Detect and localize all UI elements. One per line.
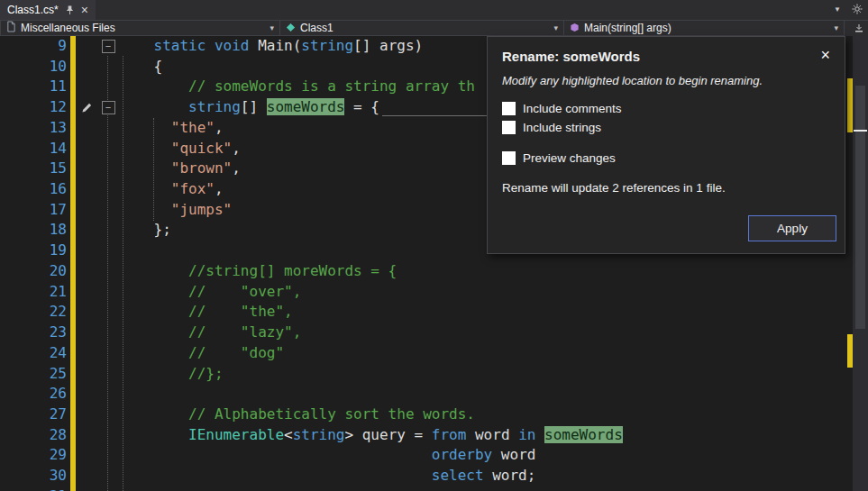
close-icon[interactable]: × (820, 49, 830, 61)
pin-icon[interactable] (65, 5, 75, 15)
glyph-margin (76, 486, 97, 491)
line-number: 28 (0, 425, 67, 446)
navigate-down-icon[interactable] (854, 21, 864, 37)
line-number: 17 (0, 200, 67, 221)
checkbox-row-include-comments[interactable]: Include comments (502, 99, 830, 118)
glyph-margin (76, 343, 97, 364)
code-text[interactable]: // Alphabetically sort the words. (119, 405, 853, 425)
navbar-extra-controls (845, 20, 868, 36)
scrollbar-caret-marker (854, 130, 867, 132)
code-editor[interactable]: 9− static void Main(string[] args)10 {11… (0, 36, 868, 491)
vertical-scrollbar[interactable] (853, 36, 868, 491)
checkbox-preview-changes[interactable] (502, 151, 516, 165)
line-number: 19 (0, 241, 67, 261)
apply-button[interactable]: Apply (748, 215, 836, 241)
code-text[interactable]: // "lazy", (119, 323, 853, 343)
fold-margin (97, 57, 119, 77)
collapse-region-button[interactable]: − (102, 101, 115, 114)
gear-icon[interactable] (852, 2, 863, 18)
chevron-down-icon: ▾ (270, 24, 274, 32)
tabbar-right-controls: ▼ (834, 2, 863, 18)
code-line[interactable]: 23 // "lazy", (0, 323, 853, 343)
project-dropdown[interactable]: Miscellaneous Files ▾ (0, 20, 280, 36)
glyph-margin (76, 364, 97, 385)
code-text[interactable] (119, 486, 853, 491)
fold-margin (97, 405, 119, 425)
type-dropdown[interactable]: Class1 ▾ (279, 20, 564, 36)
code-line[interactable]: 27 // Alphabetically sort the words. (0, 405, 853, 425)
glyph-margin (76, 323, 97, 343)
checkbox-include-comments[interactable] (502, 102, 516, 115)
code-text[interactable]: // "dog" (119, 343, 853, 364)
code-text[interactable]: //string[] moreWords = { (119, 261, 853, 282)
line-number: 26 (0, 384, 67, 405)
fold-margin (97, 118, 119, 139)
glyph-margin (76, 466, 97, 486)
glyph-margin (76, 425, 97, 446)
code-line[interactable]: 28 IEnumerable<string> query = from word… (0, 425, 853, 446)
code-text[interactable]: // "over", (119, 282, 853, 303)
code-line[interactable]: 29 orderby word (0, 445, 853, 466)
code-text[interactable]: // "the", (119, 302, 853, 323)
navigation-bar: Miscellaneous Files ▾ Class1 ▾ Main(stri… (0, 20, 868, 36)
rename-highlight[interactable]: someWords (267, 98, 345, 115)
checkbox-row-preview-changes[interactable]: Preview changes (502, 149, 830, 168)
code-line[interactable]: 26 (0, 384, 853, 405)
dialog-instruction: Modify any highlighted location to begin… (502, 74, 830, 87)
fold-margin (97, 77, 119, 97)
code-text[interactable]: select word; (119, 466, 853, 486)
fold-margin (97, 179, 119, 200)
code-text[interactable]: orderby word (119, 445, 853, 466)
code-line[interactable]: 22 // "the", (0, 302, 853, 323)
code-line[interactable]: 21 // "over", (0, 282, 853, 303)
line-number: 27 (0, 405, 67, 425)
code-text[interactable]: //}; (119, 364, 853, 385)
fold-margin (97, 343, 119, 364)
dialog-title: Rename: someWords (502, 49, 640, 64)
chevron-down-icon: ▾ (553, 24, 558, 32)
scrollbar-thumb[interactable] (855, 86, 865, 329)
document-tab-bar: Class1.cs* × ▼ (0, 0, 868, 20)
code-line[interactable]: 24 // "dog" (0, 343, 853, 364)
member-dropdown[interactable]: Main(string[] args) ▾ (563, 20, 845, 36)
close-icon[interactable]: × (81, 4, 88, 16)
checkbox-include-strings[interactable] (502, 121, 516, 134)
fold-margin (97, 302, 119, 323)
glyph-margin (76, 445, 97, 466)
line-number: 15 (0, 159, 67, 179)
code-line[interactable]: 31 (0, 486, 853, 491)
tab-class1[interactable]: Class1.cs* × (0, 0, 96, 20)
fold-margin (97, 425, 119, 446)
fold-margin (97, 445, 119, 466)
line-number: 21 (0, 282, 67, 303)
method-icon (570, 20, 580, 36)
glyph-margin (76, 384, 97, 405)
line-number: 14 (0, 139, 67, 159)
rename-summary: Rename will update 2 references in 1 fil… (502, 181, 830, 195)
rename-highlight[interactable]: someWords (544, 426, 623, 443)
class-icon (286, 20, 296, 36)
checkbox-label-preview-changes: Preview changes (523, 151, 616, 165)
fold-margin (97, 282, 119, 303)
fold-margin: − (97, 97, 119, 118)
checkbox-label-include-comments: Include comments (523, 102, 622, 115)
member-dropdown-label: Main(string[] args) (584, 22, 672, 34)
glyph-margin (76, 220, 97, 241)
code-line[interactable]: 25 //}; (0, 364, 853, 385)
code-text[interactable] (119, 384, 853, 405)
glyph-margin (76, 302, 97, 323)
line-number: 16 (0, 179, 67, 200)
type-dropdown-label: Class1 (300, 22, 333, 34)
tab-list-chevron-icon[interactable]: ▼ (834, 6, 841, 14)
fold-margin (97, 241, 119, 261)
line-number: 25 (0, 364, 67, 385)
glyph-margin (76, 77, 97, 97)
checkbox-row-include-strings[interactable]: Include strings (502, 118, 830, 137)
collapse-region-button[interactable]: − (102, 40, 115, 53)
glyph-margin (76, 261, 97, 282)
code-line[interactable]: 30 select word; (0, 466, 853, 486)
code-text[interactable]: IEnumerable<string> query = from word in… (119, 425, 853, 446)
line-number: 12 (0, 97, 67, 118)
line-number: 20 (0, 261, 67, 282)
code-line[interactable]: 20 //string[] moreWords = { (0, 261, 853, 282)
